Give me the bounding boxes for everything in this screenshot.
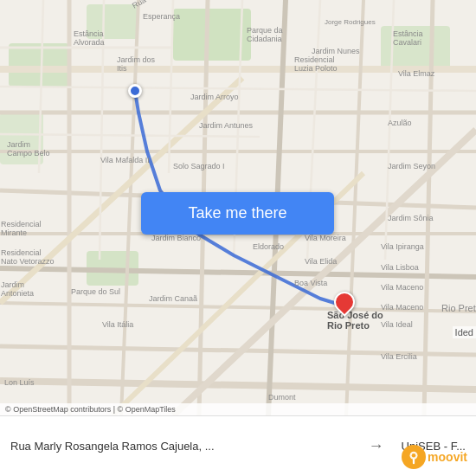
svg-text:Estância: Estância <box>74 29 104 38</box>
svg-text:Mirante: Mirante <box>1 228 27 237</box>
attribution-text: © OpenStreetMap contributors | © OpenMap… <box>5 405 176 414</box>
svg-text:Jardim dos: Jardim dos <box>117 55 156 64</box>
svg-text:Jardim Canaã: Jardim Canaã <box>149 294 197 303</box>
svg-text:Esperança: Esperança <box>143 12 180 21</box>
bottom-bar: Rua Marly Rosangela Ramos Cajuela, ... →… <box>0 415 476 476</box>
arrow-icon: → <box>362 437 391 455</box>
origin-section: Rua Marly Rosangela Ramos Cajuela, ... <box>0 433 362 460</box>
svg-text:Vila Mafalda II: Vila Mafalda II <box>100 156 150 164</box>
svg-text:Vila Moreira: Vila Moreira <box>305 234 346 242</box>
svg-text:Nato Vetorazzo: Nato Vetorazzo <box>1 257 55 266</box>
svg-text:Vila Maceno: Vila Maceno <box>381 283 423 292</box>
moovit-logo: moovit <box>402 445 467 469</box>
svg-text:Azulão: Azulão <box>388 119 412 127</box>
take-me-there-button[interactable]: Take me there <box>141 192 334 235</box>
svg-text:Parque do Sul: Parque do Sul <box>71 287 120 296</box>
svg-text:Jardim Seyon: Jardim Seyon <box>388 162 435 170</box>
moovit-svg <box>406 449 421 465</box>
svg-text:Jardim Arroyo: Jardim Arroyo <box>190 93 239 101</box>
origin-text: Rua Marly Rosangela Ramos Cajuela, ... <box>10 440 253 453</box>
svg-text:Residencial: Residencial <box>1 248 42 257</box>
svg-text:Vila Ercilia: Vila Ercilia <box>381 352 417 361</box>
map-container: Estância Alvorada Esperança Parque da Ci… <box>0 0 476 415</box>
svg-text:São José do: São José do <box>327 310 383 320</box>
svg-text:Vila Ideal: Vila Ideal <box>381 320 413 329</box>
arrow-symbol: → <box>369 437 384 455</box>
svg-rect-1 <box>173 9 251 61</box>
svg-text:Boa Vista: Boa Vista <box>294 279 327 287</box>
moovit-icon <box>402 445 426 469</box>
origin-marker <box>128 84 142 98</box>
svg-text:Campo Belo: Campo Belo <box>7 149 50 158</box>
svg-text:Residencial: Residencial <box>294 55 335 64</box>
moovit-text: moovit <box>428 450 467 464</box>
svg-text:Cidadania: Cidadania <box>247 35 282 43</box>
svg-text:Luzia Poloto: Luzia Poloto <box>294 64 338 73</box>
svg-text:Vila Lisboa: Vila Lisboa <box>381 263 419 272</box>
svg-text:Jardim: Jardim <box>7 140 30 149</box>
svg-text:Jardim Bianco: Jardim Bianco <box>151 234 201 242</box>
svg-text:Residencial: Residencial <box>1 220 42 228</box>
svg-text:Eldorado: Eldorado <box>253 242 284 251</box>
svg-text:Parque da: Parque da <box>247 26 283 35</box>
ided-label: Ided <box>453 326 476 338</box>
svg-text:Jardim: Jardim <box>1 280 24 289</box>
svg-text:Itis: Itis <box>117 64 127 73</box>
svg-text:Alvorada: Alvorada <box>74 38 105 47</box>
svg-text:Vila Itália: Vila Itália <box>102 320 133 329</box>
svg-text:Solo Sagrado I: Solo Sagrado I <box>173 162 225 170</box>
svg-text:Jorge Rodrigues: Jorge Rodrigues <box>325 18 376 26</box>
svg-text:Lon Luís: Lon Luís <box>4 378 35 387</box>
svg-text:Vila Ipiranga: Vila Ipiranga <box>381 242 424 251</box>
map-attribution: © OpenStreetMap contributors | © OpenMap… <box>0 403 476 415</box>
svg-text:Dumont: Dumont <box>268 393 296 402</box>
svg-text:Antonieta: Antonieta <box>1 289 34 298</box>
svg-text:Rio Preto: Rio Preto <box>441 303 476 313</box>
svg-text:Vila Elmaz: Vila Elmaz <box>398 69 435 78</box>
svg-text:Jardim Nunes: Jardim Nunes <box>312 47 360 55</box>
svg-text:Jardim Sônia: Jardim Sônia <box>388 214 434 222</box>
svg-rect-2 <box>9 43 69 87</box>
svg-text:Estância: Estância <box>393 29 423 38</box>
svg-text:Vila Maceno: Vila Maceno <box>381 303 423 312</box>
svg-text:Vila Elida: Vila Elida <box>305 257 337 266</box>
svg-text:Cavalari: Cavalari <box>393 38 421 47</box>
svg-point-84 <box>412 453 416 458</box>
svg-text:Rio Preto: Rio Preto <box>327 320 370 331</box>
svg-text:Jardim Antunes: Jardim Antunes <box>199 121 254 130</box>
